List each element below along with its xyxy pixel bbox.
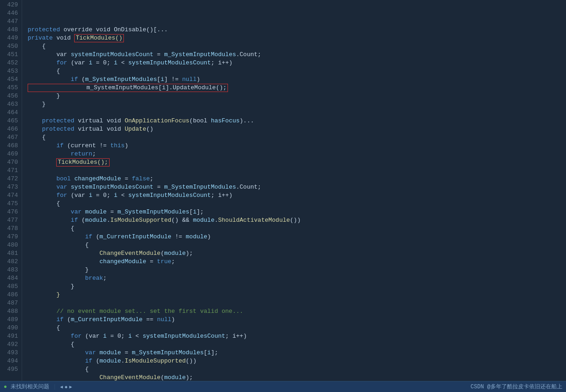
code-token: [ — [189, 208, 193, 216]
code-token: module — [99, 357, 121, 365]
code-area[interactable]: protected override void OnDisable()[...p… — [22, 0, 566, 381]
status-left: ● 未找到相关问题 | ◀ ◆ ▶ — [4, 383, 72, 391]
code-token: .Count; — [236, 183, 262, 191]
scroll-right-btn[interactable]: ▶ — [69, 384, 72, 390]
code-token: ]; — [197, 208, 204, 216]
code-line: ChangeEventModule(module); — [28, 374, 566, 381]
code-line: if (m_SystemInputModules[i] != null) — [28, 75, 566, 84]
code-token: () && — [171, 216, 193, 225]
horizontal-scroll[interactable]: ◀ ◆ ▶ — [60, 384, 72, 390]
code-token: ]; — [211, 349, 218, 357]
code-token: module — [164, 374, 186, 381]
code-token: module — [164, 249, 186, 258]
code-token — [28, 374, 99, 381]
code-line: if (module.IsModuleSupported()) — [28, 357, 566, 365]
line-number: 447 — [4, 17, 18, 26]
code-token: { — [28, 324, 60, 332]
code-token: < — [117, 59, 128, 67]
code-token: i — [161, 75, 164, 84]
code-token: ; — [150, 175, 153, 183]
code-token: = 0; — [92, 191, 114, 200]
status-message: 未找到相关问题 — [11, 383, 49, 391]
code-line: m_SystemInputModules[i].UpdateModule(); — [28, 84, 566, 92]
code-token: .Count; — [236, 51, 262, 59]
code-token: = — [121, 175, 132, 183]
code-token: ; — [92, 150, 96, 158]
code-token: changedModule — [99, 258, 146, 266]
code-token: ; i++) — [211, 59, 233, 67]
scroll-left-btn[interactable]: ◀ — [60, 384, 63, 390]
code-token: if — [28, 142, 64, 150]
code-token: ; i++) — [225, 332, 247, 340]
line-number: 477 — [4, 216, 18, 225]
code-token: = — [153, 51, 164, 59]
code-token: [ — [204, 349, 207, 357]
code-line: { — [28, 241, 566, 249]
code-token: i — [114, 59, 117, 67]
line-number: 475 — [4, 200, 18, 208]
code-token: m_SystemInputModules — [164, 183, 236, 191]
code-token: ) — [125, 142, 128, 150]
code-token: . — [215, 216, 218, 225]
vertical-sep1: | — [53, 384, 56, 390]
code-token: ); — [186, 374, 193, 381]
code-token: ) — [207, 233, 211, 241]
line-number: 449 — [4, 34, 18, 42]
code-token: module — [99, 349, 121, 357]
line-number: 471 — [4, 167, 18, 175]
code-line: private void TickModules() — [28, 34, 566, 42]
line-number: 465 — [4, 117, 18, 125]
code-token: ( — [64, 316, 71, 324]
code-token: (current != — [64, 142, 110, 150]
code-token: null — [182, 75, 197, 84]
code-line: protected virtual void Update() — [28, 125, 566, 133]
code-line: var module = m_SystemInputModules[i]; — [28, 208, 566, 216]
line-number: 491 — [4, 332, 18, 340]
line-number: 481 — [4, 249, 18, 258]
code-token: m_CurrentInputModule — [71, 316, 143, 324]
code-token: } — [28, 266, 89, 274]
line-number: 446 — [4, 9, 18, 17]
code-line: if (m_CurrentInputModule == null) — [28, 316, 566, 324]
code-token: bool — [28, 175, 71, 183]
status-ok-icon: ● — [4, 384, 7, 390]
status-right: CSDN @多年了酷拉皮卡依旧还在船上 — [471, 383, 562, 391]
code-line — [28, 109, 566, 117]
line-number: 456 — [4, 92, 18, 100]
code-token: } — [28, 100, 46, 109]
code-token: ( — [78, 75, 85, 84]
code-line: { — [28, 340, 566, 349]
code-token: } — [28, 92, 60, 100]
code-token: ( — [161, 249, 164, 258]
code-token: } — [28, 282, 74, 291]
code-token: { — [28, 67, 60, 75]
code-token: systemInputModulesCount — [128, 59, 210, 67]
code-line: if (m_CurrentInputModule != module) — [28, 233, 566, 241]
code-token: (var — [67, 59, 89, 67]
code-line: { — [28, 200, 566, 208]
code-line: return; — [28, 150, 566, 158]
code-token: { — [28, 225, 74, 233]
line-number: 429 — [4, 1, 18, 9]
line-number: 463 — [4, 100, 18, 109]
line-number: 469 — [4, 150, 18, 158]
code-token: for — [28, 59, 67, 67]
code-token: ] != — [164, 75, 182, 84]
code-token: override void OnDisable()[ — [60, 26, 157, 34]
code-line: protected override void OnDisable()[... — [28, 26, 566, 34]
line-number: 478 — [4, 225, 18, 233]
code-token — [96, 349, 99, 357]
code-line: { — [28, 324, 566, 332]
code-token: i — [128, 332, 132, 340]
code-token: (var — [82, 332, 103, 340]
code-line: for (var i = 0; i < systemInputModulesCo… — [28, 332, 566, 340]
code-line — [28, 299, 566, 307]
code-token: ; i++) — [211, 191, 233, 200]
code-token: void — [53, 34, 75, 42]
line-number: 453 — [4, 67, 18, 75]
line-number: 493 — [4, 349, 18, 357]
code-line: } — [28, 291, 566, 299]
code-token: module — [186, 233, 207, 241]
code-token: )... — [239, 117, 254, 125]
code-token: var — [28, 183, 67, 191]
